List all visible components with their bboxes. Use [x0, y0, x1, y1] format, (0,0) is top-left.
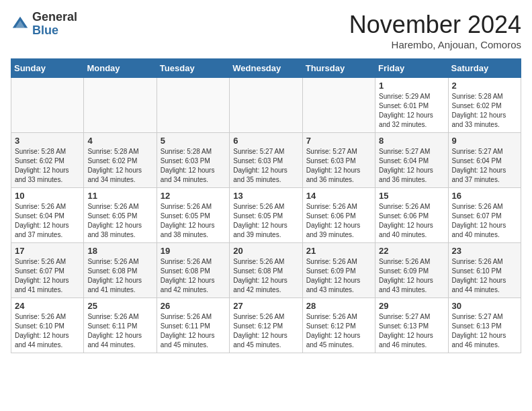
day-number: 21	[306, 246, 371, 256]
calendar-cell: 17Sunrise: 5:26 AM Sunset: 6:07 PM Dayli…	[11, 243, 84, 298]
day-number: 8	[379, 136, 444, 146]
calendar-cell: 13Sunrise: 5:26 AM Sunset: 6:05 PM Dayli…	[230, 188, 302, 243]
day-number: 18	[87, 246, 152, 256]
day-info: Sunrise: 5:26 AM Sunset: 6:11 PM Dayligh…	[161, 312, 226, 350]
calendar-cell: 29Sunrise: 5:27 AM Sunset: 6:13 PM Dayli…	[375, 298, 448, 353]
calendar-cell: 3Sunrise: 5:28 AM Sunset: 6:02 PM Daylig…	[11, 133, 84, 188]
day-info: Sunrise: 5:28 AM Sunset: 6:02 PM Dayligh…	[15, 147, 80, 185]
day-info: Sunrise: 5:26 AM Sunset: 6:05 PM Dayligh…	[161, 202, 226, 240]
month-title: November 2024	[349, 11, 521, 39]
weekday-header: Saturday	[448, 59, 521, 78]
day-number: 4	[87, 136, 152, 146]
logo-blue: Blue	[32, 24, 77, 38]
weekday-header: Tuesday	[157, 59, 229, 78]
calendar-cell: 6Sunrise: 5:27 AM Sunset: 6:03 PM Daylig…	[230, 133, 302, 188]
calendar-cell: 19Sunrise: 5:26 AM Sunset: 6:08 PM Dayli…	[157, 243, 229, 298]
day-info: Sunrise: 5:29 AM Sunset: 6:01 PM Dayligh…	[379, 92, 444, 130]
day-number: 9	[452, 136, 517, 146]
day-info: Sunrise: 5:28 AM Sunset: 6:03 PM Dayligh…	[161, 147, 226, 185]
calendar-week-row: 3Sunrise: 5:28 AM Sunset: 6:02 PM Daylig…	[11, 133, 521, 188]
day-number: 12	[161, 191, 226, 201]
day-number: 11	[87, 191, 152, 201]
day-info: Sunrise: 5:27 AM Sunset: 6:03 PM Dayligh…	[306, 147, 371, 185]
calendar-cell: 1Sunrise: 5:29 AM Sunset: 6:01 PM Daylig…	[375, 78, 448, 133]
day-number: 15	[379, 191, 444, 201]
calendar-cell: 15Sunrise: 5:26 AM Sunset: 6:06 PM Dayli…	[375, 188, 448, 243]
calendar-table: SundayMondayTuesdayWednesdayThursdayFrid…	[11, 58, 521, 353]
day-number: 20	[233, 246, 298, 256]
calendar-cell: 9Sunrise: 5:27 AM Sunset: 6:04 PM Daylig…	[448, 133, 521, 188]
calendar-cell: 10Sunrise: 5:26 AM Sunset: 6:04 PM Dayli…	[11, 188, 84, 243]
day-number: 17	[15, 246, 80, 256]
calendar-week-row: 24Sunrise: 5:26 AM Sunset: 6:10 PM Dayli…	[11, 298, 521, 353]
weekday-header: Monday	[84, 59, 157, 78]
day-number: 10	[15, 191, 80, 201]
calendar-cell: 12Sunrise: 5:26 AM Sunset: 6:05 PM Dayli…	[157, 188, 229, 243]
day-info: Sunrise: 5:27 AM Sunset: 6:13 PM Dayligh…	[452, 312, 517, 350]
day-number: 19	[161, 246, 226, 256]
calendar-cell	[302, 78, 375, 133]
calendar-cell: 26Sunrise: 5:26 AM Sunset: 6:11 PM Dayli…	[157, 298, 229, 353]
logo-general: General	[32, 11, 77, 24]
day-number: 3	[15, 136, 80, 146]
calendar-header-row: SundayMondayTuesdayWednesdayThursdayFrid…	[11, 59, 521, 78]
calendar-week-row: 17Sunrise: 5:26 AM Sunset: 6:07 PM Dayli…	[11, 243, 521, 298]
calendar-cell: 2Sunrise: 5:28 AM Sunset: 6:02 PM Daylig…	[448, 78, 521, 133]
day-info: Sunrise: 5:26 AM Sunset: 6:10 PM Dayligh…	[452, 257, 517, 295]
calendar-cell: 23Sunrise: 5:26 AM Sunset: 6:10 PM Dayli…	[448, 243, 521, 298]
day-number: 27	[233, 301, 298, 311]
calendar-cell	[157, 78, 229, 133]
calendar-cell: 30Sunrise: 5:27 AM Sunset: 6:13 PM Dayli…	[448, 298, 521, 353]
day-info: Sunrise: 5:26 AM Sunset: 6:12 PM Dayligh…	[306, 312, 371, 350]
day-number: 2	[452, 81, 517, 91]
calendar-cell: 5Sunrise: 5:28 AM Sunset: 6:03 PM Daylig…	[157, 133, 229, 188]
weekday-header: Wednesday	[230, 59, 302, 78]
day-number: 29	[379, 301, 444, 311]
calendar-week-row: 1Sunrise: 5:29 AM Sunset: 6:01 PM Daylig…	[11, 78, 521, 133]
calendar-cell: 11Sunrise: 5:26 AM Sunset: 6:05 PM Dayli…	[84, 188, 157, 243]
day-number: 22	[379, 246, 444, 256]
day-info: Sunrise: 5:26 AM Sunset: 6:05 PM Dayligh…	[233, 202, 298, 240]
day-number: 16	[452, 191, 517, 201]
day-number: 30	[452, 301, 517, 311]
title-block: November 2024 Harembo, Anjouan, Comoros	[349, 11, 521, 50]
page-header: General Blue November 2024 Harembo, Anjo…	[11, 11, 521, 50]
day-info: Sunrise: 5:26 AM Sunset: 6:06 PM Dayligh…	[306, 202, 371, 240]
weekday-header: Friday	[375, 59, 448, 78]
day-number: 14	[306, 191, 371, 201]
calendar-cell: 24Sunrise: 5:26 AM Sunset: 6:10 PM Dayli…	[11, 298, 84, 353]
day-number: 6	[233, 136, 298, 146]
weekday-header: Sunday	[11, 59, 84, 78]
day-info: Sunrise: 5:27 AM Sunset: 6:04 PM Dayligh…	[379, 147, 444, 185]
calendar-cell: 4Sunrise: 5:28 AM Sunset: 6:02 PM Daylig…	[84, 133, 157, 188]
calendar-cell: 28Sunrise: 5:26 AM Sunset: 6:12 PM Dayli…	[302, 298, 375, 353]
day-info: Sunrise: 5:26 AM Sunset: 6:09 PM Dayligh…	[306, 257, 371, 295]
day-info: Sunrise: 5:26 AM Sunset: 6:08 PM Dayligh…	[233, 257, 298, 295]
calendar-cell: 21Sunrise: 5:26 AM Sunset: 6:09 PM Dayli…	[302, 243, 375, 298]
calendar-cell: 7Sunrise: 5:27 AM Sunset: 6:03 PM Daylig…	[302, 133, 375, 188]
day-info: Sunrise: 5:26 AM Sunset: 6:04 PM Dayligh…	[15, 202, 80, 240]
calendar-week-row: 10Sunrise: 5:26 AM Sunset: 6:04 PM Dayli…	[11, 188, 521, 243]
day-info: Sunrise: 5:27 AM Sunset: 6:04 PM Dayligh…	[452, 147, 517, 185]
location: Harembo, Anjouan, Comoros	[349, 39, 521, 50]
day-info: Sunrise: 5:28 AM Sunset: 6:02 PM Dayligh…	[87, 147, 152, 185]
day-info: Sunrise: 5:28 AM Sunset: 6:02 PM Dayligh…	[452, 92, 517, 130]
day-number: 1	[379, 81, 444, 91]
day-number: 13	[233, 191, 298, 201]
day-info: Sunrise: 5:26 AM Sunset: 6:12 PM Dayligh…	[233, 312, 298, 350]
logo-text: General Blue	[32, 11, 77, 38]
calendar-cell: 18Sunrise: 5:26 AM Sunset: 6:08 PM Dayli…	[84, 243, 157, 298]
day-info: Sunrise: 5:26 AM Sunset: 6:06 PM Dayligh…	[379, 202, 444, 240]
day-number: 5	[161, 136, 226, 146]
day-info: Sunrise: 5:27 AM Sunset: 6:13 PM Dayligh…	[379, 312, 444, 350]
logo-icon	[11, 15, 30, 34]
calendar-cell: 20Sunrise: 5:26 AM Sunset: 6:08 PM Dayli…	[230, 243, 302, 298]
calendar-cell	[84, 78, 157, 133]
day-number: 23	[452, 246, 517, 256]
day-number: 7	[306, 136, 371, 146]
day-number: 26	[161, 301, 226, 311]
day-number: 28	[306, 301, 371, 311]
logo: General Blue	[11, 11, 77, 38]
calendar-cell: 27Sunrise: 5:26 AM Sunset: 6:12 PM Dayli…	[230, 298, 302, 353]
calendar-cell: 16Sunrise: 5:26 AM Sunset: 6:07 PM Dayli…	[448, 188, 521, 243]
